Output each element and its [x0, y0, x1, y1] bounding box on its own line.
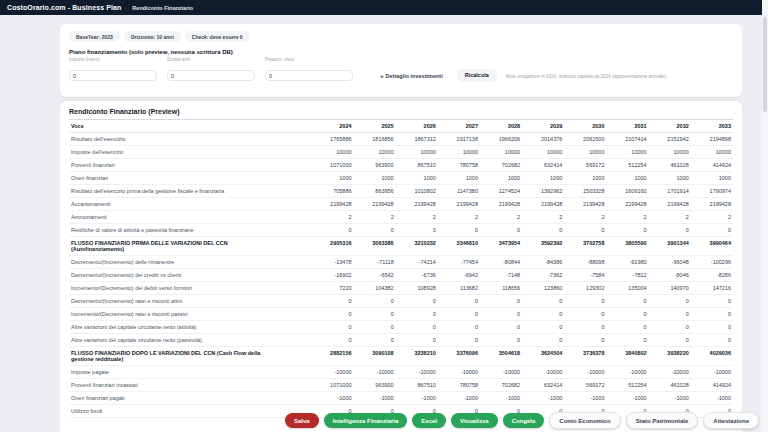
table-row: Accantonamenti21994282199428219942821994… [69, 198, 733, 211]
salva-button[interactable]: Salva [285, 413, 319, 428]
app-title: CostoOrario.com - Business Plan [7, 4, 121, 11]
cell-value: 2014376 [522, 133, 564, 146]
cell-value: 3473954 [480, 237, 522, 256]
cell-value: -6542 [354, 269, 396, 282]
excel-button[interactable]: Excel [412, 413, 446, 428]
cell-value: 705886 [311, 185, 353, 198]
scrollbar-track[interactable] [762, 0, 768, 432]
attestazione-button[interactable]: Attestazione [703, 412, 759, 429]
durata-label: Durata anni [167, 57, 255, 62]
cell-value: 2 [438, 211, 480, 224]
cell-value: 0 [480, 334, 522, 347]
cell-value: 2 [354, 211, 396, 224]
cell-value: 632414 [522, 159, 564, 172]
cell-value: 2 [649, 211, 691, 224]
cell-value: -10000 [649, 366, 691, 379]
cell-value: 569172 [564, 159, 606, 172]
cell-value: 2199428 [396, 198, 438, 211]
cell-value: 3805590 [606, 237, 648, 256]
cell-value: -10000 [396, 366, 438, 379]
cell-value: 2905316 [311, 237, 353, 256]
row-label: Imposte pagate [69, 366, 311, 379]
cell-value: 632414 [522, 379, 564, 392]
cell-value: 2882156 [311, 347, 353, 366]
cell-value: 1917138 [438, 133, 480, 146]
cell-value: 0 [438, 334, 480, 347]
cell-value: -1000 [606, 392, 648, 405]
cell-value: -10000 [354, 366, 396, 379]
cell-value: 3210232 [396, 237, 438, 256]
cell-value: 2061500 [564, 133, 606, 146]
cell-value: -10000 [564, 366, 606, 379]
cell-value: 780758 [438, 379, 480, 392]
cell-value: 702682 [480, 159, 522, 172]
cell-value: 2199428 [522, 198, 564, 211]
cell-value: 0 [311, 321, 353, 334]
importo-input[interactable] [69, 70, 157, 81]
conto-economico-button[interactable]: Conto Economico [549, 412, 620, 429]
cell-value: 129302 [564, 282, 606, 295]
cell-value: 4029036 [691, 347, 733, 366]
row-label: Ammortamenti [69, 211, 311, 224]
top-navbar: CostoOrario.com - Business Plan Rendicon… [0, 0, 768, 15]
table-row: Decremento/(Incremento) dei crediti vs c… [69, 269, 733, 282]
cell-value: 123860 [522, 282, 564, 295]
preamm-input[interactable] [265, 70, 353, 81]
cell-value: 3840802 [606, 347, 648, 366]
cell-value: -74214 [396, 256, 438, 269]
cell-value: 2199428 [649, 198, 691, 211]
stato-patrimoniale-button[interactable]: Stato Patrimoniale [626, 412, 699, 429]
cell-value: 10000 [311, 146, 353, 159]
cell-value: -7362 [522, 269, 564, 282]
cell-value: 0 [522, 295, 564, 308]
cell-value: 0 [606, 334, 648, 347]
cell-value: 414924 [691, 379, 733, 392]
cell-value: 1000 [606, 172, 648, 185]
cell-value: -96048 [649, 256, 691, 269]
cell-value: 10000 [438, 146, 480, 159]
cell-value: 3346810 [438, 237, 480, 256]
cell-value: 1790974 [691, 185, 733, 198]
intelligenza-finanziaria-button[interactable]: Intelligenza Finanziaria [324, 413, 408, 428]
cell-value: 0 [396, 321, 438, 334]
cell-value: -13478 [311, 256, 353, 269]
ricalcola-button[interactable]: Ricalcola [457, 69, 497, 82]
cell-value: -100296 [691, 256, 733, 269]
cell-value: 1503328 [564, 185, 606, 198]
year-header-2032: 2032 [649, 120, 691, 133]
cell-value: 0 [564, 321, 606, 334]
table-header-row: Voce 20242025202620272028202920302031203… [69, 120, 733, 133]
cell-value: 10000 [606, 146, 648, 159]
table-row: Decremento/(Incremento) ratei e risconti… [69, 295, 733, 308]
table-row: Imposte dell'esercizio100001000010000100… [69, 146, 733, 159]
table-row: Altre variazioni del capitale circolante… [69, 321, 733, 334]
cell-value: 1000 [480, 172, 522, 185]
cell-value: 0 [691, 224, 733, 237]
cell-value: 2199428 [606, 198, 648, 211]
cell-value: 702682 [480, 379, 522, 392]
cell-value: 0 [564, 295, 606, 308]
cell-value: 512254 [606, 159, 648, 172]
cell-value: 108928 [396, 282, 438, 295]
cell-value: 1701914 [649, 185, 691, 198]
durata-input[interactable] [167, 70, 255, 81]
cell-value: 2199428 [564, 198, 606, 211]
cell-value: 0 [480, 295, 522, 308]
cell-value: 414924 [691, 159, 733, 172]
cell-value: 2151942 [649, 133, 691, 146]
cell-value: 1071000 [311, 379, 353, 392]
cell-value: 0 [311, 334, 353, 347]
visualizza-button[interactable]: Visualizza [451, 413, 498, 428]
cell-value: 512254 [606, 379, 648, 392]
scrollbar-thumb[interactable] [763, 17, 767, 112]
cell-value: 1000 [354, 172, 396, 185]
plan-note: Nota: erogazione in 2024, rimborso capit… [506, 74, 667, 79]
cell-value: 1274524 [480, 185, 522, 198]
cell-value: 2199428 [311, 198, 353, 211]
cell-value: 0 [354, 224, 396, 237]
congela-button[interactable]: Congela [503, 413, 545, 428]
dettaglio-investimenti-toggle[interactable]: ▸Dettaglio investimenti [381, 73, 443, 79]
cell-value: -1000 [480, 392, 522, 405]
cell-value: 461028 [649, 379, 691, 392]
cell-value: 1000 [396, 172, 438, 185]
